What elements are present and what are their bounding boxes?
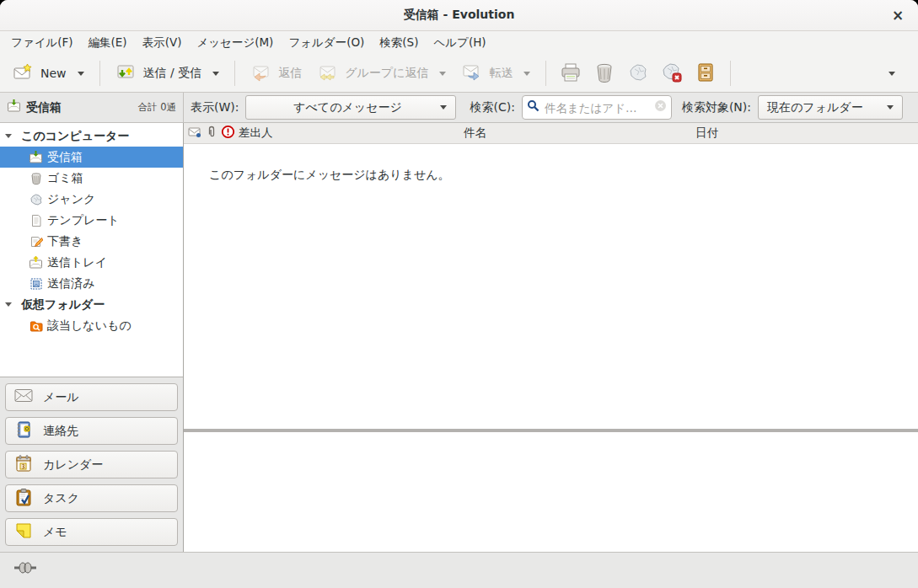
memo-icon <box>14 521 33 543</box>
tree-item-label: ゴミ箱 <box>47 171 83 186</box>
group-reply-dropdown-arrow-icon[interactable] <box>439 72 446 76</box>
archive-button[interactable] <box>689 57 722 90</box>
online-status-icon[interactable] <box>13 561 37 578</box>
tree-group-label: 仮想フォルダー <box>21 297 105 313</box>
reply-icon <box>250 62 271 85</box>
window-title: 受信箱 - Evolution <box>404 8 515 23</box>
send-receive-icon <box>115 62 136 85</box>
empty-folder-message: このフォルダーにメッセージはありません。 <box>209 168 450 181</box>
content-area: このコンピューター 受信箱 ゴミ箱 ジャンク テンプレート <box>0 123 918 552</box>
tree-group-this-computer[interactable]: このコンピューター <box>0 126 183 147</box>
message-status-column-icon[interactable] <box>188 126 202 142</box>
tree-item-inbox[interactable]: 受信箱 <box>0 147 183 168</box>
column-from[interactable]: 差出人 <box>239 126 273 141</box>
tree-group-virtual-folders[interactable]: 仮想フォルダー <box>0 294 183 315</box>
tree-item-label: 該当しないもの <box>47 318 132 334</box>
current-folder-name: 受信箱 <box>26 100 62 115</box>
print-button[interactable] <box>554 57 588 90</box>
preview-pane <box>184 432 918 552</box>
tree-item-drafts[interactable]: 下書き <box>0 231 183 252</box>
not-junk-button[interactable] <box>655 57 689 90</box>
mail-icon <box>14 388 33 406</box>
draft-pencil-icon <box>29 234 43 249</box>
switcher-label: メモ <box>43 525 67 540</box>
search-scope-dropdown[interactable]: 現在のフォルダー <box>758 95 903 120</box>
new-message-button[interactable]: New <box>5 58 92 89</box>
search-input[interactable] <box>543 100 651 115</box>
column-date[interactable]: 日付 <box>695 123 718 143</box>
archive-icon <box>695 61 717 86</box>
attachment-column-icon[interactable] <box>206 126 217 142</box>
tree-item-label: 下書き <box>47 234 83 249</box>
close-button[interactable]: × <box>888 5 908 25</box>
menu-folder[interactable]: フォルダー(O) <box>281 32 372 54</box>
tree-item-trash[interactable]: ゴミ箱 <box>0 168 183 189</box>
forward-dropdown-arrow-icon[interactable] <box>523 72 530 76</box>
tree-group-label: このコンピューター <box>21 129 129 144</box>
toolbar-separator <box>99 61 100 86</box>
forward-icon <box>461 62 481 85</box>
view-switcher: メール 連絡先 カレンダー タスク メモ <box>0 377 183 552</box>
group-reply-label: グループに返信 <box>345 66 428 81</box>
toolbar-separator <box>730 61 731 86</box>
switcher-label: タスク <box>43 491 79 506</box>
column-subject[interactable]: 件名 <box>464 123 486 143</box>
tree-item-junk[interactable]: ジャンク <box>0 189 183 210</box>
expander-icon[interactable] <box>5 302 12 307</box>
expander-icon[interactable] <box>5 134 12 138</box>
switcher-mail-button[interactable]: メール <box>5 383 178 411</box>
menu-view[interactable]: 表示(V) <box>135 32 190 54</box>
forward-button[interactable]: 転送 <box>454 58 538 89</box>
junk-icon <box>627 61 649 86</box>
tree-item-outbox[interactable]: 送信トレイ <box>0 252 183 273</box>
sidebar: このコンピューター 受信箱 ゴミ箱 ジャンク テンプレート <box>0 123 184 552</box>
show-label: 表示(W): <box>191 100 239 115</box>
group-reply-button[interactable]: グループに返信 <box>309 58 454 89</box>
current-folder-cell: 受信箱 合計 0通 <box>0 93 184 122</box>
switcher-label: カレンダー <box>43 457 103 473</box>
toolbar-overflow-button[interactable] <box>879 67 901 80</box>
search-folder-icon <box>29 318 43 333</box>
search-box <box>522 95 672 120</box>
new-message-label: New <box>40 67 67 80</box>
tree-item-label: 送信トレイ <box>47 255 107 270</box>
message-count: 合計 0通 <box>138 101 176 114</box>
junk-icon <box>29 192 43 206</box>
send-receive-dropdown-arrow-icon[interactable] <box>212 72 219 76</box>
switcher-tasks-button[interactable]: タスク <box>5 484 178 512</box>
tree-item-templates[interactable]: テンプレート <box>0 210 183 231</box>
delete-button[interactable] <box>588 57 621 90</box>
tree-item-label: 受信箱 <box>47 150 83 165</box>
forward-label: 転送 <box>489 66 513 81</box>
switcher-label: 連絡先 <box>43 424 78 439</box>
switcher-memos-button[interactable]: メモ <box>5 518 178 546</box>
message-list[interactable]: このフォルダーにメッセージはありません。 <box>184 144 918 429</box>
menu-help[interactable]: ヘルプ(H) <box>426 32 493 54</box>
document-icon <box>29 213 43 227</box>
important-column-icon[interactable] <box>221 125 235 142</box>
menu-edit[interactable]: 編集(E) <box>81 32 135 54</box>
junk-button[interactable] <box>621 57 655 90</box>
show-filter-dropdown[interactable]: すべてのメッセージ <box>245 95 456 120</box>
message-list-header: 差出人 件名 日付 <box>184 123 918 144</box>
tree-item-label: 送信済み <box>47 276 94 291</box>
toolbar-separator <box>545 61 546 86</box>
search-scope-value: 現在のフォルダー <box>767 100 887 115</box>
send-receive-button[interactable]: 送信 / 受信 <box>108 58 228 89</box>
tree-item-unmatched[interactable]: 該当しないもの <box>0 315 183 336</box>
sent-stamp-icon <box>29 276 43 291</box>
menu-search[interactable]: 検索(S) <box>372 32 426 54</box>
not-junk-icon <box>661 61 683 86</box>
menu-file[interactable]: ファイル(F) <box>3 32 81 54</box>
clear-search-icon[interactable] <box>654 99 667 115</box>
tree-item-sent[interactable]: 送信済み <box>0 273 183 294</box>
inbox-icon <box>7 99 21 116</box>
reply-label: 返信 <box>278 66 302 81</box>
switcher-calendar-button[interactable]: カレンダー <box>5 451 178 478</box>
overflow-dropdown-arrow-icon <box>888 72 895 76</box>
new-dropdown-arrow-icon[interactable] <box>78 72 84 76</box>
calendar-icon <box>14 454 33 475</box>
switcher-contacts-button[interactable]: 連絡先 <box>5 417 178 445</box>
menu-message[interactable]: メッセージ(M) <box>189 32 281 54</box>
reply-button[interactable]: 返信 <box>243 58 309 89</box>
